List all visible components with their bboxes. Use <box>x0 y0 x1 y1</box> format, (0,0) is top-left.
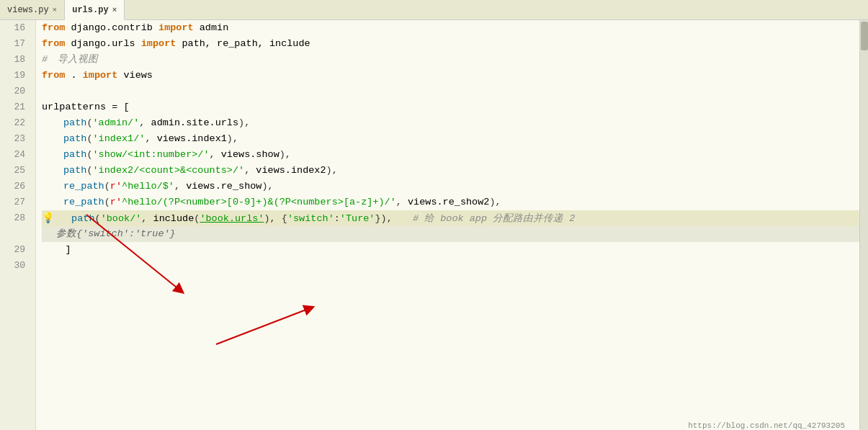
lightbulb-icon: 💡 <box>42 210 54 226</box>
line-num-25: 25 <box>0 163 30 179</box>
tab-views-py-close[interactable]: × <box>53 6 58 14</box>
url-hint: https://blog.csdn.net/qq_42793205 <box>688 421 845 430</box>
code-line-29: ] <box>42 242 859 258</box>
code-line-25: path('index2/<count>&<counts>/', views.i… <box>42 163 859 179</box>
hint-text: 参数{'switch':'true'} <box>56 228 176 239</box>
tab-urls-py-close[interactable]: × <box>112 6 117 14</box>
line-num-26: 26 <box>0 179 30 194</box>
scrollbar[interactable] <box>859 20 868 430</box>
tab-urls-py[interactable]: urls.py × <box>65 0 125 20</box>
line-num-20: 20 <box>0 84 30 99</box>
tab-bar: views.py × urls.py × <box>0 0 868 20</box>
code-area: 16 17 18 19 20 21 22 23 24 25 26 27 28 2… <box>0 20 868 430</box>
code-line-18: # 导入视图 <box>42 52 859 68</box>
svg-line-1 <box>216 308 310 344</box>
code-line-21: urlpatterns = [ <box>42 99 859 115</box>
code-line-30 <box>42 258 859 274</box>
code-line-23: path('index1/', views.index1), <box>42 131 859 147</box>
scrollbar-thumb[interactable] <box>861 22 868 50</box>
line-num-18: 18 <box>0 52 30 68</box>
line-num-27: 27 <box>0 194 30 210</box>
code-line-27: re_path(r'^hello/(?P<number>[0-9]+)&(?P<… <box>42 194 859 210</box>
line-num-23: 23 <box>0 131 30 147</box>
tab-views-py-label: views.py <box>7 5 49 15</box>
code-line-20 <box>42 84 859 99</box>
line-num-24: 24 <box>0 147 30 163</box>
line-num-29: 29 <box>0 242 30 258</box>
line-num-30: 30 <box>0 258 30 274</box>
line-numbers: 16 17 18 19 20 21 22 23 24 25 26 27 28 2… <box>0 20 36 430</box>
line-num-16: 16 <box>0 20 30 36</box>
tab-urls-py-label: urls.py <box>72 5 108 15</box>
code-line-19: from . import views <box>42 68 859 84</box>
line-num-hint <box>0 226 30 242</box>
line-num-17: 17 <box>0 36 30 52</box>
line-num-21: 21 <box>0 99 30 115</box>
line-num-19: 19 <box>0 68 30 84</box>
code-line-17: from django.urls import path, re_path, i… <box>42 36 859 52</box>
code-line-22: path('admin/', admin.site.urls), <box>42 115 859 131</box>
code-line-26: re_path(r'^hello/$', views.re_show), <box>42 179 859 194</box>
line-num-28: 28 <box>0 210 30 226</box>
code-line-16: from django.contrib import admin <box>42 20 859 36</box>
code-line-24: path('show/<int:number>/', views.show), <box>42 147 859 163</box>
tab-views-py[interactable]: views.py × <box>0 0 65 19</box>
code-lines: from django.contrib import admin from dj… <box>36 20 859 430</box>
hint-line: 参数{'switch':'true'} <box>42 226 859 242</box>
line-num-22: 22 <box>0 115 30 131</box>
code-line-28: 💡 path('book/', include('book.urls'), {'… <box>42 210 859 226</box>
